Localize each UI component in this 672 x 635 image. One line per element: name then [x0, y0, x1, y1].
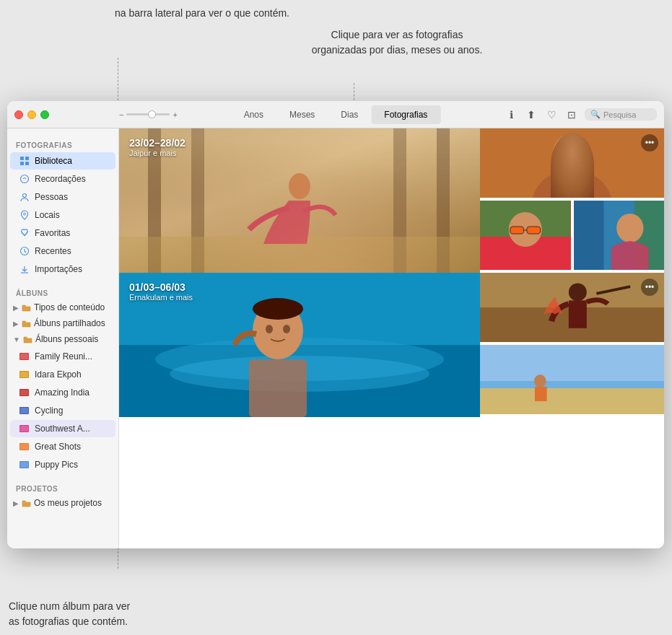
- svg-rect-63: [535, 387, 547, 401]
- tab-dias[interactable]: Dias: [328, 105, 371, 124]
- sidebar-label-southwest: Southwest A...: [35, 424, 107, 434]
- svg-point-4: [21, 175, 29, 183]
- sidebar-label-biblioteca: Biblioteca: [35, 156, 107, 166]
- more-button-1[interactable]: •••: [641, 134, 658, 152]
- sidebar-item-locais[interactable]: Locais: [10, 206, 115, 224]
- app-window: − + Anos Meses Dias Fotografias ℹ ⬆ ♡ ⊡ …: [7, 101, 664, 548]
- minimize-button[interactable]: [27, 110, 36, 119]
- content-area: Fotografias Biblioteca: [7, 128, 664, 548]
- sidebar-item-puppypics[interactable]: Puppy Pics: [10, 456, 115, 473]
- callout-bottom: Clique num álbum para ver as fotografias…: [0, 593, 144, 635]
- sidebar-item-pessoas[interactable]: Pessoas: [10, 188, 115, 206]
- album-india-icon: [19, 387, 30, 398]
- album-idara-icon: [19, 369, 30, 380]
- svg-point-30: [289, 173, 310, 199]
- svg-point-34: [577, 148, 583, 155]
- callout-right: Clique para ver as fotografias organizad…: [303, 22, 491, 64]
- photo-area: 23/02–28/02 Jaipur e mais •••: [119, 128, 664, 548]
- sidebar-item-biblioteca[interactable]: Biblioteca: [10, 152, 115, 170]
- sidebar-label-greatshots: Great Shots: [35, 442, 107, 452]
- chevron-pessoais-icon: ▼: [13, 336, 20, 343]
- folder-pessoais-icon: [23, 335, 32, 344]
- sidebar-label-puppypics: Puppy Pics: [35, 460, 107, 470]
- sidebar-section-fotografias: Fotografias: [7, 136, 118, 152]
- sidebar-item-importacoes[interactable]: Importações: [10, 260, 115, 278]
- svg-rect-50: [249, 359, 307, 417]
- svg-rect-17: [20, 408, 28, 413]
- photo-group-label-1: 23/02–28/02 Jaipur e mais: [129, 137, 186, 157]
- favorite-icon[interactable]: ♡: [544, 108, 559, 122]
- zoom-minus-icon: −: [119, 110, 123, 119]
- sidebar-item-india[interactable]: Amazing India: [10, 384, 115, 401]
- slider-thumb: [148, 110, 156, 118]
- sidebar-label-india: Amazing India: [35, 387, 107, 398]
- search-label: Pesquisa: [603, 110, 636, 119]
- search-box[interactable]: 🔍 Pesquisa: [585, 108, 657, 121]
- sidebar-group-pessoais[interactable]: ▼ Álbuns pessoais: [7, 331, 118, 347]
- sidebar-item-cycling[interactable]: Cycling: [10, 402, 115, 419]
- photo-date-1: 23/02–28/02: [129, 137, 186, 149]
- sidebar-label-recordacoes: Recordações: [35, 174, 107, 184]
- photo-row-1: 23/02–28/02 Jaipur e mais •••: [119, 128, 664, 273]
- photo-woman-teal[interactable]: [574, 201, 665, 270]
- sidebar-item-recordacoes[interactable]: Recordações: [10, 170, 115, 188]
- sidebar-item-greatshots[interactable]: Great Shots: [10, 438, 115, 455]
- sidebar-label-favoritas: Favoritas: [35, 228, 107, 238]
- svg-rect-13: [20, 372, 28, 377]
- tab-fotografias[interactable]: Fotografias: [371, 105, 440, 124]
- sidebar-label-pessoais: Álbuns pessoais: [35, 334, 98, 344]
- pessoas-icon: [19, 191, 30, 203]
- sidebar: Fotografias Biblioteca: [7, 128, 119, 548]
- sidebar-item-southwest[interactable]: Southwest A...: [10, 420, 115, 437]
- svg-rect-11: [20, 354, 28, 359]
- sidebar-group-tipos[interactable]: ▶ Tipos de conteúdo: [7, 299, 118, 315]
- tab-meses[interactable]: Meses: [276, 105, 328, 124]
- svg-rect-0: [20, 157, 24, 160]
- svg-rect-42: [574, 201, 603, 270]
- zoom-slider[interactable]: − +: [119, 110, 178, 119]
- photo-blue-sky[interactable]: [480, 345, 664, 414]
- photo-swim-selfie[interactable]: 01/03–06/03 Ernakulam e mais: [119, 273, 480, 417]
- sidebar-item-recentes[interactable]: Recentes: [10, 242, 115, 260]
- biblioteca-icon: [19, 155, 30, 167]
- search-icon: 🔍: [590, 110, 601, 119]
- zoom-plus-icon: +: [173, 110, 177, 119]
- sidebar-item-favoritas[interactable]: Favoritas: [10, 224, 115, 242]
- photo-colorful-guy[interactable]: [480, 201, 571, 270]
- photo-group-label-2: 01/03–06/03 Ernakulam e mais: [129, 281, 193, 302]
- album-southwest-icon: [19, 423, 30, 434]
- svg-rect-57: [569, 300, 587, 328]
- sidebar-item-idara[interactable]: Idara Ekpoh: [10, 366, 115, 383]
- svg-point-62: [534, 375, 546, 387]
- toolbar-right: ℹ ⬆ ♡ ⊡ 🔍 Pesquisa: [504, 108, 657, 122]
- photo-jaipur-main[interactable]: 23/02–28/02 Jaipur e mais: [119, 128, 480, 273]
- photo-portrait-woman[interactable]: •••: [480, 128, 664, 198]
- photo-desert-man[interactable]: •••: [480, 273, 664, 342]
- callout-top: na barra lateral para ver o que contém.: [87, 0, 318, 27]
- sidebar-label-recentes: Recentes: [35, 246, 107, 256]
- sidebar-group-projetos[interactable]: ▶ Os meus projetos: [7, 495, 118, 511]
- share-icon[interactable]: ⬆: [524, 108, 538, 122]
- photo-location-2: Ernakulam e mais: [129, 293, 193, 302]
- locais-icon: [19, 209, 30, 221]
- sidebar-label-cycling: Cycling: [35, 406, 107, 416]
- sidebar-label-family: Family Reuni...: [35, 351, 107, 362]
- photo-row2-right: •••: [480, 273, 664, 414]
- sidebar-item-family[interactable]: Family Reuni...: [10, 348, 115, 365]
- svg-point-56: [569, 283, 587, 301]
- svg-rect-61: [480, 388, 664, 414]
- titlebar: − + Anos Meses Dias Fotografias ℹ ⬆ ♡ ⊡ …: [7, 101, 664, 128]
- slider-track: [126, 113, 170, 115]
- sidebar-label-idara: Idara Ekpoh: [35, 369, 107, 380]
- info-icon[interactable]: ℹ: [504, 108, 518, 122]
- more-button-2[interactable]: •••: [641, 279, 658, 296]
- album-puppypics-icon: [19, 459, 30, 470]
- svg-rect-19: [20, 426, 28, 432]
- maximize-button[interactable]: [40, 110, 49, 119]
- tab-anos[interactable]: Anos: [231, 105, 276, 124]
- crop-icon[interactable]: ⊡: [564, 108, 579, 122]
- sidebar-label-projetos: Os meus projetos: [34, 498, 102, 508]
- close-button[interactable]: [14, 110, 23, 119]
- sidebar-group-partilhados[interactable]: ▶ Álbuns partilhados: [7, 315, 118, 331]
- sidebar-label-pessoas: Pessoas: [35, 192, 107, 202]
